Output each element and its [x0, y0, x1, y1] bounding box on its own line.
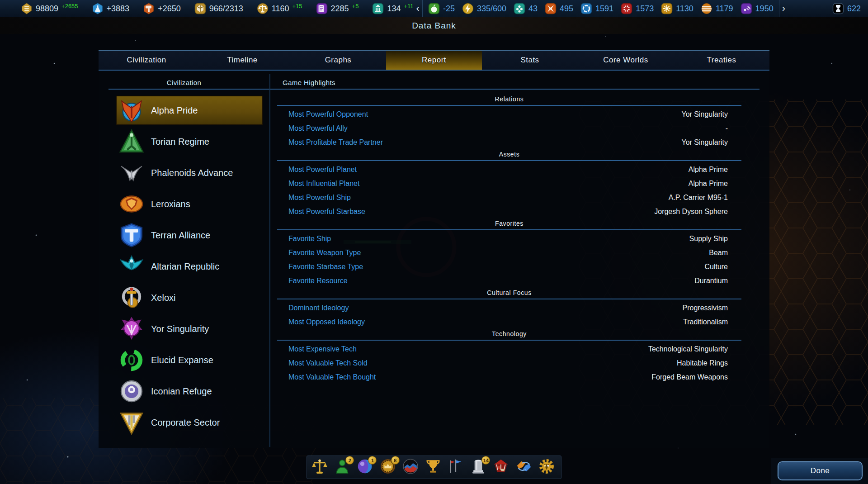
civ-row-leroxians[interactable]: Leroxians [116, 190, 263, 218]
report-label[interactable]: Favorite Weapon Type [277, 249, 361, 257]
economy-item[interactable]: 134+11 [372, 3, 413, 14]
report-label[interactable]: Most Valuable Tech Bought [277, 373, 376, 381]
leroxians-emblem-icon [118, 191, 145, 217]
chevron-left-icon[interactable]: ‹ [414, 3, 422, 14]
toolbar-gears-icon[interactable] [538, 458, 557, 476]
report-row: Favorite ResourceDurantium [277, 274, 741, 288]
report-row: Most Powerful PlanetAlpha Prime [277, 162, 741, 176]
economy-item[interactable]: 966/2313 [194, 3, 243, 14]
section-title: Relations [277, 94, 741, 106]
civ-row-corporate-sector[interactable]: Corporate Sector [116, 408, 263, 437]
report-label[interactable]: Most Profitable Trade Partner [277, 138, 383, 147]
vertical-divider [269, 74, 270, 447]
report-row: Most Valuable Tech BoughtForged Beam Wea… [277, 370, 741, 384]
resource-item[interactable]: 1179 [701, 3, 733, 14]
civ-row-torian-regime[interactable]: Torian Regime [116, 127, 263, 156]
civ-row-xeloxi[interactable]: Xeloxi [116, 283, 263, 312]
economy-item[interactable]: 1160+15 [257, 3, 302, 14]
civ-row-phalenoids-advance[interactable]: Phalenoids Advance [116, 158, 263, 187]
tab-graphs[interactable]: Graphs [290, 51, 386, 70]
report-label[interactable]: Favorite Ship [277, 235, 331, 243]
section-title: Favorites [277, 218, 741, 230]
page-title: Data Bank [0, 21, 868, 31]
thulium-icon [701, 3, 712, 14]
report-label[interactable]: Most Powerful Starbase [277, 208, 365, 216]
report-section-assets: AssetsMost Powerful PlanetAlpha PrimeMos… [277, 149, 741, 218]
report-value: Traditionalism [365, 318, 741, 326]
report-label[interactable]: Favorite Starbase Type [277, 263, 363, 271]
resource-item[interactable]: 1130 [661, 3, 693, 14]
toolbar-medal-icon[interactable]: 8 [380, 458, 398, 476]
tab-treaties[interactable]: Treaties [674, 51, 769, 70]
civ-name: Yor Singularity [151, 324, 209, 334]
toolbar-handshake-icon[interactable] [516, 458, 534, 476]
report-label[interactable]: Most Opposed Ideology [277, 318, 365, 326]
tab-core-worlds[interactable]: Core Worlds [578, 51, 674, 70]
report-label[interactable]: Most Valuable Tech Sold [277, 359, 368, 367]
resource-value: 1573 [636, 3, 654, 14]
resource-item[interactable]: 43 [514, 3, 538, 14]
report-row: Favorite Weapon TypeBeam [277, 246, 741, 260]
civ-row-terran-alliance[interactable]: Terran Alliance [116, 221, 263, 250]
toolbar-waves-icon[interactable] [402, 458, 420, 476]
economy-item[interactable]: +2650 [143, 3, 181, 14]
resource-value: 1130 [676, 3, 693, 14]
tab-stats[interactable]: Stats [482, 51, 578, 70]
report-label[interactable]: Most Expensive Tech [277, 345, 357, 353]
toolbar-market-icon[interactable] [493, 458, 511, 476]
turn-item[interactable]: 622 [832, 3, 861, 14]
civ-row-altarian-republic[interactable]: Altarian Republic [116, 252, 263, 281]
report-label[interactable]: Most Powerful Ship [277, 194, 351, 202]
toolbar-sphere-icon[interactable]: 1 [357, 458, 375, 476]
done-button[interactable]: Done [778, 462, 862, 479]
report-row: Favorite Starbase TypeCulture [277, 260, 741, 274]
tab-report[interactable]: Report [386, 51, 482, 70]
report-label[interactable]: Dominant Ideology [277, 304, 349, 312]
report-label[interactable]: Most Powerful Ally [277, 124, 348, 133]
report-label[interactable]: Most Powerful Planet [277, 166, 357, 174]
civ-row-iconian-refuge[interactable]: Iconian Refuge [116, 377, 263, 406]
toolbar-scales-icon[interactable] [311, 458, 330, 476]
elucid-emblem-icon [118, 347, 145, 373]
civ-row-yor-singularity[interactable]: Yor Singularity [116, 314, 263, 343]
resource-value: 1950 [755, 3, 774, 14]
report-label[interactable]: Favorite Resource [277, 277, 348, 285]
production-icon [143, 3, 155, 14]
economy-item[interactable]: 2285+5 [316, 3, 359, 14]
toolbar-citizen-icon[interactable]: 2 [334, 458, 352, 476]
civ-row-alpha-pride[interactable]: Alpha Pride [116, 96, 263, 125]
toolbar-pillar-icon[interactable]: 14 [470, 458, 488, 476]
civ-row-elucid-expanse[interactable]: Elucid Expanse [116, 346, 263, 375]
resource-value: 134 [387, 3, 401, 14]
report-label[interactable]: Most Powerful Opponent [277, 110, 368, 119]
resource-value: -25 [443, 3, 455, 14]
resource-item[interactable]: 495 [545, 3, 573, 14]
report-section-relations: RelationsMost Powerful OpponentYor Singu… [277, 94, 741, 149]
badge-count: 8 [391, 456, 400, 465]
resource-value: 622 [847, 3, 861, 14]
resource-item[interactable]: 1591 [580, 3, 613, 14]
toolbar-flags-icon[interactable] [448, 458, 466, 476]
tab-timeline[interactable]: Timeline [194, 51, 290, 70]
economy-item[interactable]: +3883 [92, 3, 130, 14]
resource-item[interactable]: 335/600 [462, 3, 506, 14]
data-bank-panel: CivilizationTimelineGraphsReportStatsCor… [99, 50, 769, 448]
resource-item[interactable]: -25 [428, 3, 455, 14]
report-label[interactable]: Most Influential Planet [277, 180, 359, 188]
xanthium-icon [545, 3, 557, 14]
report-section-cultural-focus: Cultural FocusDominant IdeologyProgressi… [277, 288, 741, 329]
toolbar-trophy-icon[interactable] [425, 458, 443, 476]
terran-alliance-emblem-icon [118, 222, 145, 248]
report-value: Forged Beam Weapons [376, 373, 741, 381]
section-title: Assets [277, 149, 741, 161]
resource-item[interactable]: 1950 [741, 3, 774, 14]
report-section-favorites: FavoritesFavorite ShipSupply ShipFavorit… [277, 218, 741, 288]
civ-name: Corporate Sector [151, 418, 220, 428]
tab-civilization[interactable]: Civilization [99, 51, 194, 70]
report-row: Most Powerful ShipA.P. Carrier M95-1 [277, 190, 741, 204]
report-value: Yor Singularity [383, 138, 741, 147]
economy-item[interactable]: 98809+2655 [21, 3, 78, 14]
economy-summary-group: 98809+2655+3883+2650966/23131160+152285+… [0, 0, 414, 17]
resource-item[interactable]: 1573 [621, 3, 654, 14]
chevron-right-icon[interactable]: › [779, 3, 788, 14]
